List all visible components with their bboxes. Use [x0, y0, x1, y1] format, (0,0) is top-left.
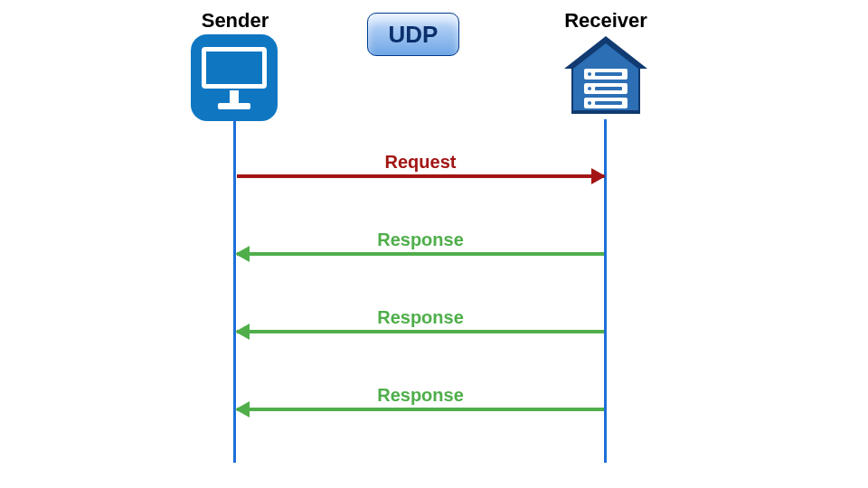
- message-label: Response: [237, 385, 604, 406]
- message-label: Response: [237, 307, 604, 328]
- svg-point-9: [588, 101, 591, 105]
- svg-rect-8: [595, 87, 622, 90]
- udp-protocol-badge: UDP: [367, 13, 459, 56]
- svg-rect-6: [595, 72, 622, 76]
- receiver-label: Receiver: [533, 9, 678, 33]
- sender-label: Sender: [163, 9, 307, 33]
- message-arrow-response-3: Response: [237, 385, 604, 421]
- message-arrow-request: Request: [237, 152, 604, 188]
- message-arrow-response-2: Response: [237, 307, 604, 343]
- svg-point-5: [588, 72, 591, 76]
- message-label: Response: [237, 230, 604, 250]
- message-label: Request: [237, 152, 604, 173]
- svg-rect-10: [595, 101, 622, 105]
- udp-sequence-diagram: Sender Receiver UDP Request R: [0, 0, 868, 488]
- computer-monitor-icon: [191, 34, 278, 121]
- server-house-icon: [561, 33, 651, 119]
- svg-point-7: [588, 87, 591, 90]
- message-arrow-response-1: Response: [237, 230, 604, 266]
